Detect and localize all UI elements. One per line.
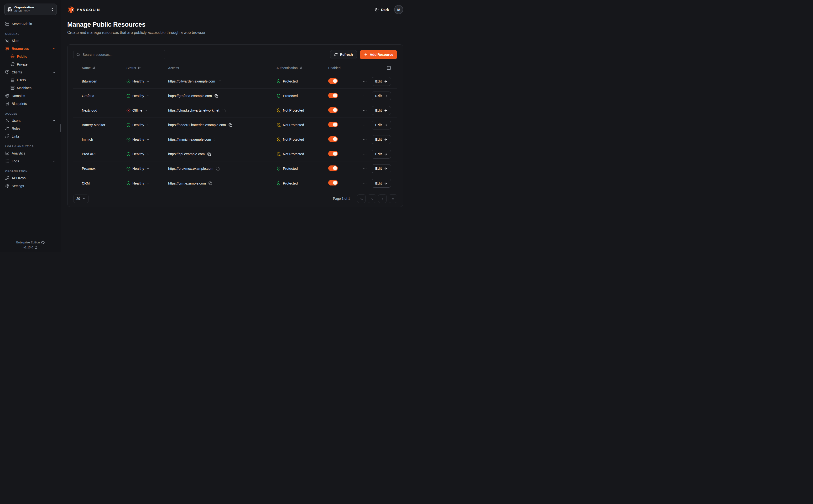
auth-status: Not Protected [276,108,328,113]
copy-url-button[interactable] [207,152,211,156]
status-select[interactable]: Healthy [126,138,150,142]
enabled-toggle[interactable] [328,107,338,113]
refresh-button[interactable]: Refresh [330,50,357,59]
edit-button[interactable]: Edit [372,92,391,100]
copy-url-button[interactable] [214,94,218,98]
enabled-toggle[interactable] [328,122,338,127]
last-page-button[interactable] [388,194,397,203]
page-title: Manage Public Resources [67,21,403,28]
status-select[interactable]: Healthy [126,123,150,127]
edition-label: Enterprise Edition [16,241,40,244]
sidebar-item-users[interactable]: Users [0,117,61,124]
add-resource-button[interactable]: Add Resource [360,50,397,59]
columns-icon [387,66,391,70]
sidebar-item-resources[interactable]: Resources [0,45,61,52]
sidebar-item-clients[interactable]: Clients [0,68,61,76]
avatar[interactable]: M [394,5,403,14]
chevron-right-icon [381,197,384,201]
copy-url-button[interactable] [214,138,217,141]
row-menu-button[interactable] [363,94,367,98]
sidebar-item-machines[interactable]: Machines [7,84,61,92]
status-select[interactable]: Healthy [126,152,150,156]
sidebar-item-public[interactable]: Public [7,52,61,60]
column-visibility-button[interactable] [387,66,391,70]
sidebar-item-roles[interactable]: Roles [0,124,61,132]
sidebar-scrollbar-thumb[interactable] [60,124,61,132]
page-size-select[interactable]: 20 [73,195,89,203]
status-select[interactable]: Healthy [126,79,150,83]
search-box [73,50,165,59]
edit-button[interactable]: Edit [372,179,391,188]
circle-check-icon [126,79,130,83]
row-menu-button[interactable] [363,123,367,127]
chevrons-left-icon [360,197,363,201]
github-icon [41,241,45,244]
row-menu-button[interactable] [363,152,367,156]
copy-url-button[interactable] [218,80,221,83]
sidebar-item-private[interactable]: Private [7,60,61,68]
chevron-up-icon [52,71,56,74]
column-header-status[interactable]: Status [126,66,168,70]
enabled-toggle[interactable] [328,78,338,84]
enabled-toggle[interactable] [328,136,338,142]
row-menu-button[interactable] [363,181,367,185]
row-menu-button[interactable] [363,79,367,83]
sidebar-item-links[interactable]: Links [0,132,61,140]
prev-page-button[interactable] [367,194,376,203]
nav-section-logs-and-analytics: LOGS & ANALYTICS [0,145,61,148]
sidebar-item-server-admin[interactable]: Server Admin [0,20,61,28]
enabled-toggle[interactable] [328,151,338,156]
column-header-name[interactable]: Name [82,66,126,70]
status-select[interactable]: Healthy [126,181,150,185]
sidebar-item-blueprints[interactable]: Blueprints [0,100,61,108]
sidebar-item-api-keys[interactable]: API Keys [0,174,61,182]
row-menu-button[interactable] [363,167,367,171]
route-icon [5,46,9,51]
enabled-toggle[interactable] [328,93,338,98]
sidebar-item-analytics[interactable]: Analytics [0,149,61,157]
enabled-toggle[interactable] [328,165,338,171]
next-page-button[interactable] [378,194,387,203]
copy-url-button[interactable] [222,109,225,112]
copy-icon [208,181,212,185]
status-select[interactable]: Healthy [126,167,150,171]
edit-button[interactable]: Edit [372,164,391,173]
sidebar-item-settings[interactable]: Settings [0,182,61,190]
edit-button[interactable]: Edit [372,150,391,159]
status-select[interactable]: Offline [126,108,148,113]
chevron-down-icon [146,167,150,170]
pangolin-logo-icon [67,6,75,13]
edit-button[interactable]: Edit [372,121,391,129]
logs-icon [5,159,9,163]
copy-url-button[interactable] [228,123,232,127]
sidebar-item-logs[interactable]: Logs [0,157,61,165]
search-input[interactable] [83,53,162,57]
resource-url: https://immich.example.com [168,138,211,141]
resource-url: https://cloud.schwartznetwork.net [168,108,219,112]
theme-toggle-button[interactable]: Dark [375,8,389,12]
first-page-button[interactable] [357,194,366,203]
shield-off-icon [276,152,281,156]
workflow-icon [5,39,9,43]
sidebar-item-domains[interactable]: Domains [0,92,61,100]
edit-button[interactable]: Edit [372,135,391,144]
edition-link[interactable]: Enterprise Edition [16,241,45,244]
copy-url-button[interactable] [208,181,212,185]
version-link[interactable]: v1.13.0 [23,246,37,249]
edit-button[interactable]: Edit [372,106,391,115]
enabled-toggle[interactable] [328,180,338,185]
edit-button[interactable]: Edit [372,77,391,86]
sidebar-item-sites[interactable]: Sites [0,37,61,45]
copy-url-button[interactable] [216,167,219,170]
chevron-down-icon [146,80,150,83]
sidebar-item-users[interactable]: Users [7,76,61,84]
search-icon [76,53,80,57]
row-menu-button[interactable] [363,138,367,142]
org-selector[interactable]: Organization ACME Corp. [4,4,57,15]
resource-url: https://bitwarden.example.com [168,79,215,83]
column-header-authentication[interactable]: Authentication [276,66,328,70]
external-link-icon [35,246,37,249]
table-row: ImmichHealthyhttps://immich.example.comN… [73,132,397,147]
status-select[interactable]: Healthy [126,94,150,98]
row-menu-button[interactable] [363,108,367,113]
